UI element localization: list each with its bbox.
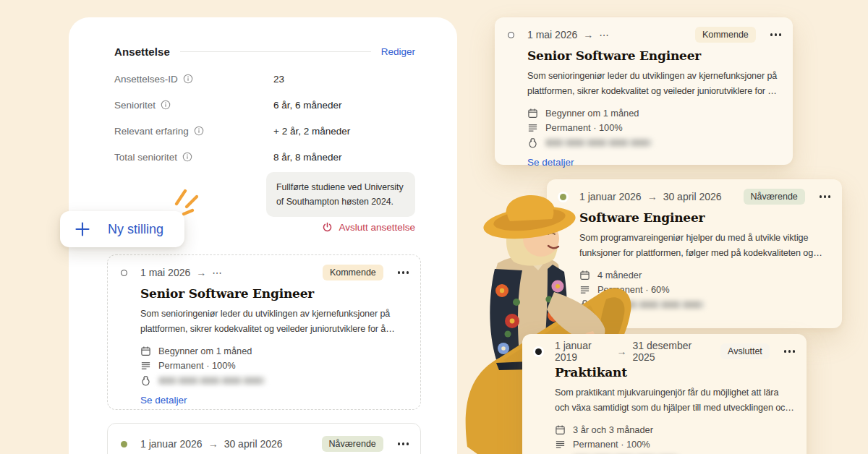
duration-row: Begynner om 1 måned xyxy=(527,106,781,121)
employment-card-ended: 1 januar 2019 → 31 desember 2025 Avslutt… xyxy=(522,334,807,454)
see-details-link[interactable]: Se detaljer xyxy=(140,395,187,406)
field-value: 6 år, 6 måneder xyxy=(273,100,342,111)
more-menu-button[interactable] xyxy=(784,347,795,355)
field-row: Relevant erfaring + 2 år, 2 måneder xyxy=(114,118,415,144)
more-menu-button[interactable] xyxy=(398,440,409,447)
status-badge: Avsluttet xyxy=(720,343,770,359)
calendar-icon xyxy=(555,424,566,435)
job-description: Som senioringeniør leder du utviklingen … xyxy=(140,307,409,336)
duration-text: 3 år och 3 månader xyxy=(573,424,653,435)
info-icon[interactable] xyxy=(183,74,193,84)
duration-text: Begynner om 1 måned xyxy=(545,108,639,119)
more-menu-button[interactable] xyxy=(770,30,781,38)
more-menu-button[interactable] xyxy=(820,192,830,200)
status-badge: Nåværende xyxy=(744,189,805,205)
status-badge: Kommende xyxy=(323,265,383,280)
field-label: Senioritet xyxy=(114,100,156,111)
salary-row xyxy=(527,135,781,150)
end-date: 31 desember 2025 xyxy=(632,340,709,363)
timeline-marker-current xyxy=(121,441,127,447)
timeline-marker-ended xyxy=(535,348,542,355)
timeline-marker-upcoming xyxy=(121,270,127,276)
new-position-label: Ny stilling xyxy=(108,222,163,237)
contract-row: Permanent · 100% xyxy=(555,437,795,453)
arrow-right-icon: → xyxy=(196,267,206,278)
start-date: 1 mai 2026 xyxy=(140,267,190,278)
salary-row xyxy=(140,373,409,388)
plus-icon xyxy=(75,221,90,237)
info-icon[interactable] xyxy=(161,100,171,110)
duration-row: 3 år och 3 månader xyxy=(555,422,795,437)
contract-row: Permanent · 100% xyxy=(527,121,781,136)
contract-lines-icon xyxy=(527,122,538,133)
employment-card-upcoming: 1 mai 2026 → ⋯ Kommende Senior Software … xyxy=(495,17,793,165)
education-note: Fullførte studiene ved University of Sou… xyxy=(266,172,415,217)
start-date: 1 januar 2026 xyxy=(140,438,203,450)
salary-redacted xyxy=(158,377,265,385)
section-title: Ansettelse xyxy=(114,46,170,58)
arrow-right-icon: → xyxy=(647,191,658,202)
arrow-right-icon: → xyxy=(208,438,218,450)
calendar-icon xyxy=(527,108,538,119)
job-title: Senior Software Engineer xyxy=(140,286,409,301)
end-date: 30 april 2026 xyxy=(224,438,283,450)
info-icon[interactable] xyxy=(194,126,204,136)
field-value: 8 år, 8 måneder xyxy=(273,152,342,163)
power-icon xyxy=(322,222,333,233)
employment-card-current: 1 januar 2026 → 30 april 2026 Nåværende xyxy=(107,423,421,454)
sparkle-accent-icon xyxy=(171,187,205,217)
job-title: Senior Software Engineer xyxy=(527,48,781,63)
see-details-link[interactable]: Se detaljer xyxy=(527,157,574,168)
field-value: + 2 år, 2 måneder xyxy=(273,126,350,137)
employment-card-upcoming: 1 mai 2026 → ⋯ Kommende Senior Software … xyxy=(107,254,421,410)
field-row: Senioritet 6 år, 6 måneder xyxy=(114,92,415,118)
more-menu-button[interactable] xyxy=(398,268,409,276)
job-description: Som praktikant mjukvaruingenjör får du m… xyxy=(555,385,795,415)
contract-text: Permanent · 100% xyxy=(545,122,623,133)
field-label: Total senioritet xyxy=(114,152,177,163)
field-label: Relevant erfaring xyxy=(114,126,189,137)
money-bag-icon xyxy=(527,137,538,148)
contract-lines-icon xyxy=(555,439,566,450)
timeline-marker-upcoming xyxy=(508,32,514,38)
status-badge: Kommende xyxy=(695,27,756,43)
info-icon[interactable] xyxy=(182,152,192,162)
job-title: Praktikant xyxy=(555,365,795,380)
end-date: 30 april 2026 xyxy=(663,191,722,202)
contract-text: Permanent · 100% xyxy=(158,360,236,371)
arrow-right-icon: → xyxy=(616,346,626,357)
job-description: Som senioringeniør leder du utviklingen … xyxy=(527,69,781,98)
end-employment-button[interactable]: Avslutt ansettelse xyxy=(322,222,415,233)
end-date: ⋯ xyxy=(599,29,609,40)
arrow-right-icon: → xyxy=(583,29,593,40)
field-label: Ansettelses-ID xyxy=(114,74,178,85)
fields-list: Ansettelses-ID 23 Senioritet 6 år, 6 mån… xyxy=(114,66,415,170)
page: Ansettelse Rediger Ansettelses-ID 23 Sen… xyxy=(0,0,868,454)
start-date: 1 mai 2026 xyxy=(527,29,577,40)
field-row: Total senioritet 8 år, 8 måneder xyxy=(114,144,415,170)
contract-lines-icon xyxy=(140,360,151,371)
field-value: 23 xyxy=(273,74,284,85)
edit-link[interactable]: Rediger xyxy=(381,46,415,57)
duration-text: Begynner om 1 måned xyxy=(158,346,252,356)
panel-header: Ansettelse Rediger xyxy=(114,43,415,59)
duration-row: Begynner om 1 måned xyxy=(140,343,409,359)
start-date: 1 januar 2019 xyxy=(555,340,610,363)
end-employment-label: Avslutt ansettelse xyxy=(339,222,415,233)
money-bag-icon xyxy=(140,375,151,386)
contract-text: Permanent · 100% xyxy=(573,439,650,450)
salary-redacted xyxy=(545,139,652,147)
new-position-button[interactable]: Ny stilling xyxy=(60,211,184,247)
status-badge: Nåværende xyxy=(322,436,383,452)
divider xyxy=(180,51,371,52)
end-date: ⋯ xyxy=(212,267,222,278)
field-row: Ansettelses-ID 23 xyxy=(114,66,415,92)
contract-row: Permanent · 100% xyxy=(140,359,409,374)
calendar-icon xyxy=(140,346,151,356)
